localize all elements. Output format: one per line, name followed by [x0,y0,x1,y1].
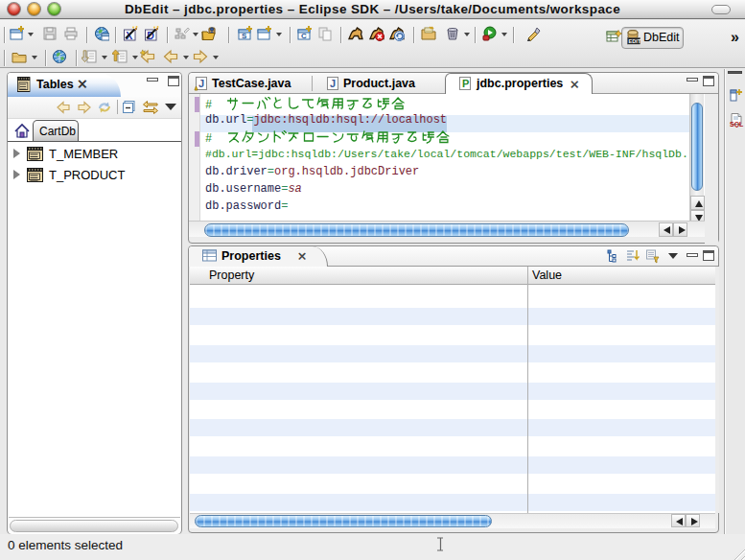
svg-text:C: C [301,32,307,40]
svg-text:S: S [242,32,247,40]
svg-text:P: P [462,78,469,89]
svg-text:J: J [330,78,336,89]
svg-text:J: J [198,78,204,89]
svg-text:EDIT: EDIT [629,38,641,44]
svg-text:SQL: SQL [730,121,744,128]
